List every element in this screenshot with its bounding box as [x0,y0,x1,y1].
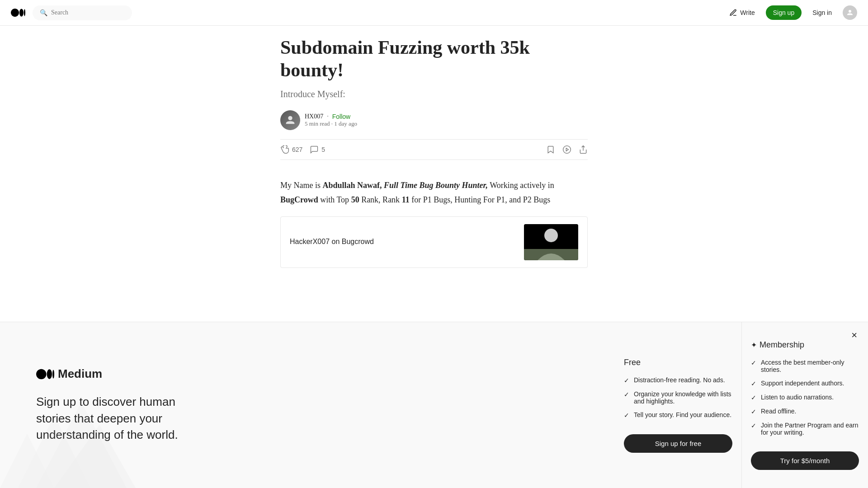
follow-button[interactable]: Follow [332,113,350,120]
bookmark-icon [546,145,555,154]
medium-logo[interactable] [11,5,25,20]
action-bar: 627 5 [280,139,588,160]
search-bar[interactable]: 🔍 Search [33,5,132,20]
write-icon [729,9,737,17]
action-right [546,145,588,154]
avatar[interactable] [843,5,857,20]
comments-button[interactable]: 5 [310,145,325,154]
svg-point-2 [563,145,571,153]
signup-button[interactable]: Sign up [766,5,802,20]
navbar: 🔍 Search Write Sign up Sign in [0,0,868,26]
play-icon [562,145,571,154]
svg-marker-3 [566,148,568,151]
share-button[interactable] [579,145,588,154]
clap-count: 627 [292,146,302,153]
svg-point-7 [544,229,558,242]
avatar-icon [284,114,297,127]
svg-point-1 [288,116,292,120]
svg-rect-8 [524,249,578,260]
signin-button[interactable]: Sign in [812,9,832,16]
write-button[interactable]: Write [729,9,755,17]
dot-separator: · [327,113,329,120]
published-time: 1 day ago [334,120,357,127]
navbar-left: 🔍 Search [11,5,132,20]
user-icon [846,9,854,17]
search-icon: 🔍 [40,9,47,17]
embed-card[interactable]: HackerX007 on Bugcrowd [280,216,588,268]
save-button[interactable] [546,145,555,154]
article-body: My Name is Abdullah Nawaf, Full Time Bug… [280,178,588,268]
article-title: Subdomain Fuzzing worth 35k bounty! [280,36,588,82]
main-content: Subdomain Fuzzing worth 35k bounty! Intr… [269,0,599,286]
article-paragraph-1: My Name is Abdullah Nawaf, Full Time Bug… [280,178,588,207]
comment-icon [310,145,319,154]
claps-button[interactable]: 627 [280,145,302,154]
navbar-right: Write Sign up Sign in [729,5,857,20]
author-name[interactable]: HX007 [305,113,323,120]
embed-card-image [524,224,578,260]
svg-point-0 [849,10,851,13]
article-meta: 5 min read · 1 day ago [305,120,357,127]
author-row: HX007 · Follow 5 min read · 1 day ago [280,110,588,130]
medium-logo-icon [11,5,25,20]
read-time: 5 min read [305,120,330,127]
article-subtitle: Introduce Myself: [280,89,588,99]
write-label: Write [740,9,755,16]
share-icon [579,145,588,154]
listen-button[interactable] [562,145,571,154]
search-placeholder: Search [51,9,68,16]
embed-card-title: HackerX007 on Bugcrowd [290,235,374,249]
comment-count: 5 [321,146,325,153]
author-avatar[interactable] [280,110,300,130]
profile-image [524,224,578,260]
author-name-row: HX007 · Follow [305,113,357,120]
clap-icon [280,145,289,154]
action-left: 627 5 [280,145,325,154]
author-info: HX007 · Follow 5 min read · 1 day ago [305,113,357,127]
